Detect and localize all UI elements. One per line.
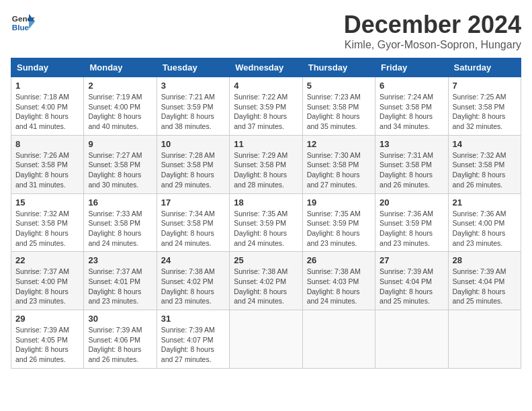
header-day-monday: Monday (84, 58, 157, 77)
header-day-tuesday: Tuesday (157, 58, 229, 77)
day-info: Sunrise: 7:29 AM Sunset: 3:58 PM Dayligh… (234, 150, 298, 190)
location-title: Kimle, Gyor-Moson-Sopron, Hungary (344, 39, 521, 51)
day-info: Sunrise: 7:25 AM Sunset: 3:58 PM Dayligh… (453, 92, 517, 132)
day-cell: 16Sunrise: 7:33 AM Sunset: 3:58 PM Dayli… (84, 193, 157, 252)
day-number: 27 (380, 255, 443, 265)
day-number: 6 (380, 81, 443, 91)
svg-text:Blue: Blue (12, 23, 30, 32)
day-number: 18 (234, 197, 298, 208)
day-info: Sunrise: 7:38 AM Sunset: 4:03 PM Dayligh… (307, 267, 371, 306)
day-number: 23 (88, 255, 152, 265)
day-cell: 29Sunrise: 7:39 AM Sunset: 4:05 PM Dayli… (11, 310, 84, 369)
day-number: 10 (161, 139, 225, 149)
week-row-3: 15Sunrise: 7:32 AM Sunset: 3:58 PM Dayli… (11, 193, 521, 252)
day-number: 20 (380, 197, 443, 208)
day-cell: 21Sunrise: 7:36 AM Sunset: 4:00 PM Dayli… (448, 193, 521, 252)
header-day-wednesday: Wednesday (230, 58, 302, 77)
day-cell: 6Sunrise: 7:24 AM Sunset: 3:58 PM Daylig… (375, 77, 448, 136)
day-cell: 26Sunrise: 7:38 AM Sunset: 4:03 PM Dayli… (302, 252, 375, 310)
day-cell: 12Sunrise: 7:30 AM Sunset: 3:58 PM Dayli… (302, 135, 375, 193)
week-row-1: 1Sunrise: 7:18 AM Sunset: 4:00 PM Daylig… (11, 77, 521, 136)
day-number: 5 (307, 81, 371, 91)
day-info: Sunrise: 7:36 AM Sunset: 4:00 PM Dayligh… (453, 209, 517, 248)
day-number: 31 (161, 314, 225, 324)
day-number: 11 (234, 139, 298, 149)
day-info: Sunrise: 7:24 AM Sunset: 3:58 PM Dayligh… (380, 92, 443, 132)
month-title: December 2024 (344, 11, 521, 39)
header-day-saturday: Saturday (448, 58, 521, 77)
day-cell: 4Sunrise: 7:22 AM Sunset: 3:59 PM Daylig… (230, 77, 302, 136)
header-day-friday: Friday (375, 58, 448, 77)
day-number: 8 (15, 139, 79, 149)
day-cell: 11Sunrise: 7:29 AM Sunset: 3:58 PM Dayli… (230, 135, 302, 193)
day-number: 1 (15, 81, 79, 91)
day-cell: 10Sunrise: 7:28 AM Sunset: 3:58 PM Dayli… (157, 135, 229, 193)
day-info: Sunrise: 7:18 AM Sunset: 4:00 PM Dayligh… (15, 92, 79, 132)
day-number: 29 (15, 314, 79, 324)
day-cell: 15Sunrise: 7:32 AM Sunset: 3:58 PM Dayli… (11, 193, 84, 252)
day-number: 19 (307, 197, 371, 208)
day-cell: 13Sunrise: 7:31 AM Sunset: 3:58 PM Dayli… (375, 135, 448, 193)
day-info: Sunrise: 7:21 AM Sunset: 3:59 PM Dayligh… (161, 92, 225, 132)
day-number: 17 (161, 197, 225, 208)
day-info: Sunrise: 7:34 AM Sunset: 3:58 PM Dayligh… (161, 209, 225, 248)
day-info: Sunrise: 7:23 AM Sunset: 3:58 PM Dayligh… (307, 92, 371, 132)
day-cell: 1Sunrise: 7:18 AM Sunset: 4:00 PM Daylig… (11, 77, 84, 136)
day-number: 21 (453, 197, 517, 208)
day-info: Sunrise: 7:22 AM Sunset: 3:59 PM Dayligh… (234, 92, 298, 132)
header-day-thursday: Thursday (302, 58, 375, 77)
header-day-sunday: Sunday (11, 58, 84, 77)
day-info: Sunrise: 7:39 AM Sunset: 4:04 PM Dayligh… (380, 267, 443, 306)
logo: General Blue (11, 11, 35, 35)
week-row-5: 29Sunrise: 7:39 AM Sunset: 4:05 PM Dayli… (11, 310, 521, 369)
day-cell: 17Sunrise: 7:34 AM Sunset: 3:58 PM Dayli… (157, 193, 229, 252)
day-number: 3 (161, 81, 225, 91)
day-info: Sunrise: 7:39 AM Sunset: 4:06 PM Dayligh… (88, 325, 152, 365)
calendar-table: SundayMondayTuesdayWednesdayThursdayFrid… (11, 58, 521, 369)
day-cell: 25Sunrise: 7:38 AM Sunset: 4:02 PM Dayli… (230, 252, 302, 310)
logo-icon: General Blue (11, 11, 35, 35)
day-info: Sunrise: 7:35 AM Sunset: 3:59 PM Dayligh… (234, 209, 298, 248)
day-info: Sunrise: 7:38 AM Sunset: 4:02 PM Dayligh… (161, 267, 225, 306)
day-cell: 30Sunrise: 7:39 AM Sunset: 4:06 PM Dayli… (84, 310, 157, 369)
day-number: 25 (234, 255, 298, 265)
day-number: 15 (15, 197, 79, 208)
day-cell: 24Sunrise: 7:38 AM Sunset: 4:02 PM Dayli… (157, 252, 229, 310)
day-cell: 5Sunrise: 7:23 AM Sunset: 3:58 PM Daylig… (302, 77, 375, 136)
svg-marker-3 (29, 21, 35, 29)
week-row-4: 22Sunrise: 7:37 AM Sunset: 4:00 PM Dayli… (11, 252, 521, 310)
day-cell (230, 310, 302, 369)
day-info: Sunrise: 7:36 AM Sunset: 3:59 PM Dayligh… (380, 209, 443, 248)
day-info: Sunrise: 7:39 AM Sunset: 4:05 PM Dayligh… (15, 325, 79, 365)
day-cell: 23Sunrise: 7:37 AM Sunset: 4:01 PM Dayli… (84, 252, 157, 310)
day-number: 22 (15, 255, 79, 265)
day-info: Sunrise: 7:38 AM Sunset: 4:02 PM Dayligh… (234, 267, 298, 306)
day-info: Sunrise: 7:37 AM Sunset: 4:00 PM Dayligh… (15, 267, 79, 306)
day-number: 16 (88, 197, 152, 208)
day-info: Sunrise: 7:33 AM Sunset: 3:58 PM Dayligh… (88, 209, 152, 248)
day-cell: 3Sunrise: 7:21 AM Sunset: 3:59 PM Daylig… (157, 77, 229, 136)
day-cell: 20Sunrise: 7:36 AM Sunset: 3:59 PM Dayli… (375, 193, 448, 252)
day-cell: 18Sunrise: 7:35 AM Sunset: 3:59 PM Dayli… (230, 193, 302, 252)
day-cell: 19Sunrise: 7:35 AM Sunset: 3:59 PM Dayli… (302, 193, 375, 252)
header: General Blue December 2024 Kimle, Gyor-M… (11, 11, 521, 51)
week-row-2: 8Sunrise: 7:26 AM Sunset: 3:58 PM Daylig… (11, 135, 521, 193)
day-info: Sunrise: 7:37 AM Sunset: 4:01 PM Dayligh… (88, 267, 152, 306)
day-number: 4 (234, 81, 298, 91)
day-cell: 8Sunrise: 7:26 AM Sunset: 3:58 PM Daylig… (11, 135, 84, 193)
day-number: 7 (453, 81, 517, 91)
day-number: 24 (161, 255, 225, 265)
day-cell: 28Sunrise: 7:39 AM Sunset: 4:04 PM Dayli… (448, 252, 521, 310)
title-area: December 2024 Kimle, Gyor-Moson-Sopron, … (344, 11, 521, 51)
day-info: Sunrise: 7:28 AM Sunset: 3:58 PM Dayligh… (161, 150, 225, 190)
day-info: Sunrise: 7:35 AM Sunset: 3:59 PM Dayligh… (307, 209, 371, 248)
day-info: Sunrise: 7:26 AM Sunset: 3:58 PM Dayligh… (15, 150, 79, 190)
day-info: Sunrise: 7:27 AM Sunset: 3:58 PM Dayligh… (88, 150, 152, 190)
day-number: 12 (307, 139, 371, 149)
day-number: 28 (453, 255, 517, 265)
day-cell: 22Sunrise: 7:37 AM Sunset: 4:00 PM Dayli… (11, 252, 84, 310)
day-info: Sunrise: 7:19 AM Sunset: 4:00 PM Dayligh… (88, 92, 152, 132)
day-number: 2 (88, 81, 152, 91)
day-number: 13 (380, 139, 443, 149)
day-info: Sunrise: 7:32 AM Sunset: 3:58 PM Dayligh… (453, 150, 517, 190)
